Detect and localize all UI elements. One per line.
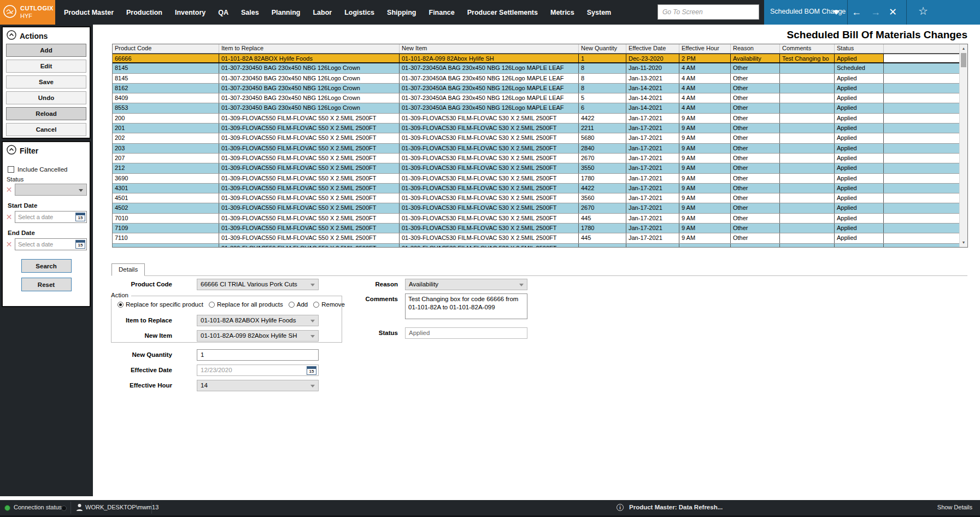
table-row[interactable]: 814501-307-230450 BAG 230x450 NBG 126Log… <box>113 63 960 73</box>
forward-arrow-icon[interactable]: → <box>871 5 881 19</box>
favorite-star-icon[interactable]: ☆ <box>918 4 928 17</box>
calendar-icon[interactable]: 15 <box>307 366 316 375</box>
back-arrow-icon[interactable]: ← <box>852 5 861 19</box>
table-row[interactable]: 01-309-FLOVAC550 FILM-FLOVAC 550 X 2.5MI… <box>113 244 960 248</box>
table-row[interactable]: 711001-309-FLOVAC550 FILM-FLOVAC 550 X 2… <box>113 233 960 243</box>
table-row[interactable]: 855301-307-230450 BAG 230x450 NBG 126Log… <box>113 103 960 113</box>
column-header-status[interactable]: Status <box>835 44 884 53</box>
column-header-new-item[interactable]: New Item <box>400 44 579 53</box>
menu-item-sales[interactable]: Sales <box>241 9 259 16</box>
reload-button[interactable]: Reload <box>6 107 86 120</box>
menu-item-metrics[interactable]: Metrics <box>550 9 574 16</box>
product-code-dropdown[interactable]: 66666 CI TRIAL Various Pork Cuts <box>197 279 319 290</box>
table-row[interactable]: 21201-309-FLOVAC550 FILM-FLOVAC 550 X 2.… <box>113 163 960 173</box>
edit-button[interactable]: Edit <box>6 60 86 73</box>
grid-cell: 8553 <box>113 103 219 113</box>
add-button[interactable]: Add <box>6 44 86 57</box>
clear-filter-icon[interactable]: ✕ <box>4 213 14 221</box>
grid-cell <box>780 233 835 243</box>
table-row[interactable]: 450201-309-FLOVAC550 FILM-FLOVAC 550 X 2… <box>113 203 960 213</box>
column-header-effective-date[interactable]: Effective Date <box>626 44 679 53</box>
save-button[interactable]: Save <box>6 75 86 89</box>
effective-date-input[interactable]: 12/23/2020 15 <box>197 365 319 376</box>
new-quantity-input[interactable]: 1 <box>197 349 319 361</box>
column-header-product-code[interactable]: Product Code <box>113 44 219 53</box>
collapse-chevron-icon[interactable] <box>7 30 16 42</box>
radio-remove[interactable]: Remove <box>313 301 345 308</box>
menu-item-logistics[interactable]: Logistics <box>344 9 374 16</box>
menu-item-product-master[interactable]: Product Master <box>64 9 114 16</box>
menu-item-system[interactable]: System <box>587 9 611 16</box>
calendar-icon[interactable]: 15 <box>75 213 85 221</box>
clear-filter-icon[interactable]: ✕ <box>4 240 14 249</box>
menu-item-shipping[interactable]: Shipping <box>387 9 416 16</box>
cancel-button[interactable]: Cancel <box>6 123 86 136</box>
table-row[interactable]: 814501-307-230450 BAG 230x450 NBG 126Log… <box>113 74 960 84</box>
scrollbar-thumb[interactable] <box>961 53 966 67</box>
grid-cell: 01-309-FLOVAC530 FILM-FLOVAC 530 X 2.5MI… <box>400 203 579 213</box>
new-item-dropdown[interactable]: 01-101-82A-099 82Abox Hylife SH <box>197 330 319 342</box>
include-cancelled-row: Include Cancelled <box>8 166 90 173</box>
scroll-up-icon[interactable]: ▲ <box>960 45 967 52</box>
menu-item-qa[interactable]: QA <box>218 9 228 16</box>
menu-item-production[interactable]: Production <box>126 9 162 16</box>
table-row[interactable]: 430101-309-FLOVAC550 FILM-FLOVAC 550 X 2… <box>113 184 960 193</box>
menu-item-inventory[interactable]: Inventory <box>175 9 206 16</box>
reset-button[interactable]: Reset <box>21 278 72 291</box>
menu-item-finance[interactable]: Finance <box>429 9 455 16</box>
table-row[interactable]: 840901-307-230450 BAG 230x450 NBG 126Log… <box>113 93 960 103</box>
table-row[interactable]: 20201-309-FLOVAC550 FILM-FLOVAC 550 X 2.… <box>113 133 960 143</box>
table-row[interactable]: 20101-309-FLOVAC550 FILM-FLOVAC 550 X 2.… <box>113 124 960 133</box>
clear-filter-icon[interactable]: ✕ <box>4 185 14 194</box>
table-row[interactable]: 20701-309-FLOVAC550 FILM-FLOVAC 550 X 2.… <box>113 154 960 163</box>
vertical-scrollbar[interactable]: ▲ ▼ <box>959 44 967 247</box>
grid-cell: 212 <box>113 163 219 173</box>
radio-add[interactable]: Add <box>289 301 308 308</box>
radio-replace-for-all-products[interactable]: Replace for all products <box>209 301 283 308</box>
goto-screen-input[interactable] <box>658 4 759 20</box>
search-button[interactable]: Search <box>21 259 72 273</box>
table-row[interactable]: 701001-309-FLOVAC550 FILM-FLOVAC 550 X 2… <box>113 214 960 224</box>
table-row[interactable]: 20001-309-FLOVAC550 FILM-FLOVAC 550 X 2.… <box>113 114 960 124</box>
grid-cell: Other <box>731 103 780 113</box>
grid-cell: 01-307-230450A BAG 230x450 NBG 126Logo M… <box>400 93 579 103</box>
comments-textarea[interactable]: Test Changing box for code 66666 from 01… <box>405 293 527 319</box>
table-row[interactable]: 369001-309-FLOVAC550 FILM-FLOVAC 550 X 2… <box>113 174 960 184</box>
reason-dropdown[interactable]: Availability <box>405 279 527 290</box>
close-icon[interactable]: ✕ <box>889 5 897 19</box>
radio-replace-for-specific-product[interactable]: Replace for specific product <box>118 301 203 308</box>
undo-button[interactable]: Undo <box>6 91 86 104</box>
column-header-effective-hour[interactable]: Effective Hour <box>679 44 731 53</box>
end-date-input[interactable]: Select a date 15 <box>15 238 87 250</box>
column-header-comments[interactable]: Comments <box>780 44 835 53</box>
scroll-down-icon[interactable]: ▼ <box>960 239 967 246</box>
column-header-reason[interactable]: Reason <box>731 44 780 53</box>
table-row[interactable]: 450101-309-FLOVAC550 FILM-FLOVAC 550 X 2… <box>113 193 960 203</box>
tab-details[interactable]: Details <box>112 263 145 276</box>
grid-cell: Other <box>731 84 780 93</box>
start-date-input[interactable]: Select a date 15 <box>15 211 87 223</box>
table-row[interactable]: 6666601-101-82A 82ABOX Hylife Foods01-10… <box>113 54 960 63</box>
status-filter-dropdown[interactable] <box>15 184 87 196</box>
column-header-new-quantity[interactable]: New Quantity <box>579 44 626 53</box>
effective-hour-dropdown[interactable]: 14 <box>197 380 319 391</box>
column-header-item-to-replace[interactable]: Item to Replace <box>219 44 400 53</box>
status-bar: Connection status WORK_DESKTOP\mwm13 i P… <box>0 500 980 517</box>
collapse-chevron-icon[interactable] <box>7 145 16 157</box>
menu-item-labor[interactable]: Labor <box>313 9 332 16</box>
table-row[interactable]: 20301-309-FLOVAC550 FILM-FLOVAC 550 X 2.… <box>113 144 960 154</box>
menu-item-producer-settlements[interactable]: Producer Settlements <box>467 9 538 16</box>
item-to-replace-dropdown[interactable]: 01-101-82A 82ABOX Hylife Foods <box>197 315 319 326</box>
grid-cell: 9 AM <box>679 114 731 123</box>
table-row[interactable]: 816201-307-230450 BAG 230x450 NBG 126Log… <box>113 84 960 93</box>
calendar-icon[interactable]: 15 <box>75 240 85 249</box>
table-row[interactable]: 710901-309-FLOVAC550 FILM-FLOVAC 550 X 2… <box>113 224 960 233</box>
actions-panel-header[interactable]: Actions <box>3 27 90 44</box>
status-field[interactable]: Applied <box>405 327 527 339</box>
include-cancelled-checkbox[interactable] <box>8 166 14 173</box>
show-details-link[interactable]: Show Details <box>937 504 972 510</box>
chevron-down-icon[interactable] <box>833 10 840 18</box>
menu-item-planning[interactable]: Planning <box>272 9 301 16</box>
filter-panel-header[interactable]: Filter <box>3 142 90 158</box>
left-sidebar: Actions AddEditSaveUndoReloadCancel Filt… <box>0 25 93 496</box>
